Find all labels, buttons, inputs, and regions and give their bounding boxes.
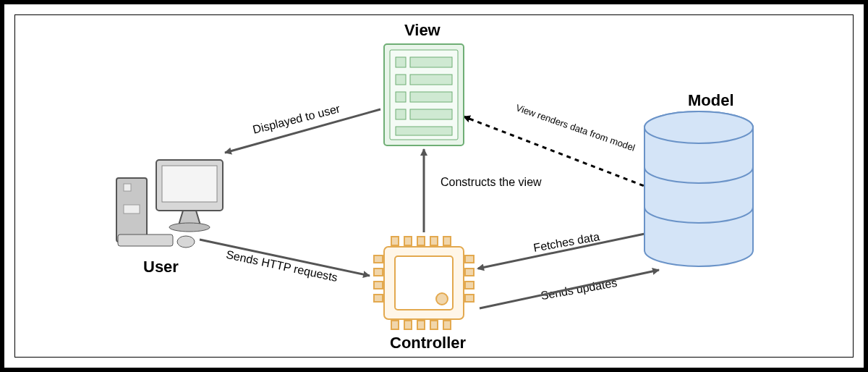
view-icon: [384, 44, 464, 145]
user-icon: [116, 160, 223, 248]
svg-rect-33: [443, 321, 451, 329]
svg-rect-32: [430, 321, 438, 329]
diagram-frame: View Model User Controller Displayed to …: [0, 0, 868, 372]
svg-rect-40: [465, 282, 474, 289]
diagram-canvas: View Model User Controller Displayed to …: [14, 14, 854, 358]
svg-rect-38: [465, 255, 474, 263]
svg-rect-29: [391, 321, 399, 329]
svg-rect-28: [443, 237, 451, 245]
svg-rect-15: [124, 205, 140, 214]
arrow-view-to-user: [225, 109, 380, 153]
svg-rect-25: [404, 237, 412, 245]
svg-rect-2: [396, 57, 406, 67]
svg-point-12: [644, 111, 753, 143]
svg-rect-10: [396, 127, 452, 135]
svg-point-20: [177, 236, 195, 248]
svg-rect-34: [374, 255, 383, 263]
svg-point-18: [169, 223, 210, 232]
arrow-model-to-view: [464, 117, 652, 189]
model-icon: [644, 111, 753, 266]
svg-rect-24: [391, 237, 399, 245]
svg-rect-3: [410, 57, 452, 67]
svg-point-23: [436, 293, 448, 305]
svg-rect-39: [465, 269, 474, 276]
arrow-fetches-data: [478, 232, 652, 269]
arrow-user-to-controller: [200, 240, 370, 276]
svg-rect-41: [465, 295, 474, 302]
arrow-sends-updates: [480, 270, 659, 308]
svg-rect-8: [396, 109, 406, 119]
svg-rect-17: [162, 166, 217, 202]
svg-rect-6: [396, 92, 406, 102]
controller-icon: [374, 237, 474, 329]
svg-rect-4: [396, 75, 406, 85]
svg-rect-7: [410, 92, 452, 102]
svg-rect-35: [374, 269, 383, 276]
svg-rect-14: [124, 184, 131, 191]
svg-rect-30: [404, 321, 412, 329]
svg-rect-36: [374, 282, 383, 289]
svg-rect-5: [410, 75, 452, 85]
svg-rect-26: [417, 237, 425, 245]
svg-rect-9: [410, 109, 452, 119]
svg-rect-27: [430, 237, 438, 245]
svg-rect-19: [118, 234, 173, 246]
svg-rect-31: [417, 321, 425, 329]
svg-rect-37: [374, 295, 383, 302]
